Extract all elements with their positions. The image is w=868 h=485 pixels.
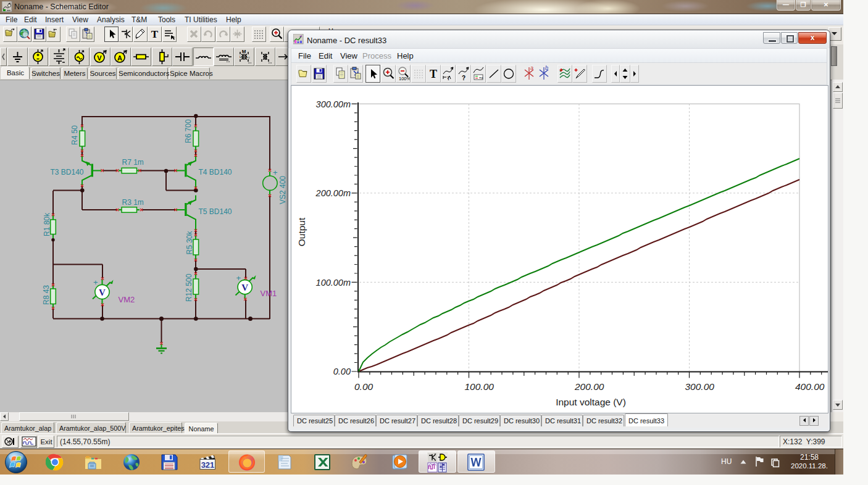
svg-text:+: +	[93, 278, 98, 287]
svg-text:Input voltage (V): Input voltage (V)	[556, 397, 626, 407]
svg-text:b: b	[545, 65, 548, 71]
svg-text:A: A	[117, 54, 122, 62]
svg-text:T: T	[151, 28, 159, 40]
svg-text:R1 80k: R1 80k	[43, 212, 51, 236]
svg-text:M: M	[242, 49, 246, 54]
svg-text:321: 321	[201, 460, 215, 470]
svg-text:VM1: VM1	[261, 289, 277, 298]
svg-text:0.00: 0.00	[333, 367, 351, 376]
svg-text:R7 1m: R7 1m	[122, 158, 144, 167]
svg-text:300.00: 300.00	[685, 381, 715, 392]
svg-text:T: T	[447, 76, 450, 81]
svg-text:R5 30k: R5 30k	[185, 230, 194, 254]
svg-text:R6 700: R6 700	[184, 119, 193, 143]
svg-text:400.00: 400.00	[795, 381, 825, 392]
svg-text:L₂: L₂	[246, 55, 250, 59]
svg-text:T5 BD140: T5 BD140	[199, 207, 232, 216]
svg-text:=x: =x	[479, 76, 483, 80]
svg-text:VS2 400: VS2 400	[278, 176, 287, 204]
svg-text:R12 500: R12 500	[185, 273, 193, 302]
svg-text:100.00m: 100.00m	[316, 278, 351, 288]
svg-text:R8 43: R8 43	[42, 285, 51, 305]
svg-text:200.00: 200.00	[574, 381, 604, 392]
svg-text:+: +	[236, 273, 241, 283]
svg-text:?: ?	[462, 75, 465, 81]
svg-text:100.00: 100.00	[465, 381, 495, 392]
svg-text:V: V	[97, 54, 102, 62]
svg-text:L₁: L₁	[240, 55, 243, 59]
svg-text:R4 50: R4 50	[70, 125, 79, 145]
svg-text:100%: 100%	[399, 76, 410, 81]
svg-text:+: +	[273, 168, 278, 177]
svg-text:0.00: 0.00	[354, 381, 373, 392]
svg-text:200.00m: 200.00m	[315, 188, 351, 198]
svg-text:T: T	[429, 68, 436, 80]
svg-text:300.00m: 300.00m	[316, 99, 351, 109]
svg-text:V: V	[241, 283, 248, 292]
svg-text:T4 BD140: T4 BD140	[199, 168, 232, 176]
svg-text:R3 1m: R3 1m	[122, 198, 144, 207]
svg-text:a: a	[530, 65, 533, 71]
svg-text:Output: Output	[296, 217, 307, 246]
svg-text:T3 BD140: T3 BD140	[51, 168, 84, 176]
svg-text:VM2: VM2	[119, 295, 135, 304]
svg-text:V: V	[99, 288, 106, 297]
